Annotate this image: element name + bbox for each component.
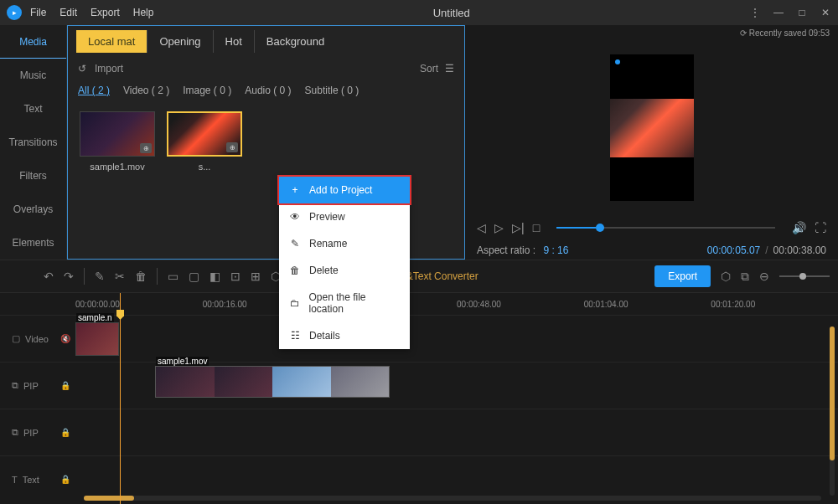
info-icon: ☷	[289, 330, 301, 342]
filter-all[interactable]: All ( 2 )	[78, 85, 110, 96]
minimize-button[interactable]: —	[773, 7, 784, 18]
add-to-timeline-icon[interactable]: ⊕	[140, 143, 152, 153]
tab-opening[interactable]: Opening	[147, 30, 213, 53]
window-title: Untitled	[153, 7, 749, 19]
filter-image[interactable]: Image ( 0 )	[183, 85, 231, 96]
context-menu: +Add to Project 👁Preview ✎Rename 🗑Delete…	[279, 177, 410, 349]
eye-icon: 👁	[289, 211, 301, 223]
timeline: 00:00:00.00 00:00:16.00 00:00:32.00 00:0…	[0, 293, 838, 504]
sort-button[interactable]: Sort	[420, 63, 438, 75]
tool-icon[interactable]: ▭	[168, 270, 178, 283]
app-logo: ▸	[7, 5, 22, 20]
menu-help[interactable]: Help	[133, 7, 154, 18]
ctx-details[interactable]: ☷Details	[279, 322, 410, 349]
sidebar-tab-transitions[interactable]: Transitions	[0, 126, 66, 159]
tab-background[interactable]: Background	[255, 30, 336, 53]
list-view-icon[interactable]: ☰	[445, 63, 454, 75]
volume-icon[interactable]: 🔊	[792, 221, 806, 234]
trash-button[interactable]: 🗑	[135, 270, 147, 283]
zoom-slider[interactable]	[779, 275, 830, 277]
plus-icon: +	[289, 184, 301, 196]
scrollbar-vertical[interactable]	[830, 327, 835, 496]
add-to-timeline-icon[interactable]: ⊕	[226, 142, 238, 152]
ctx-add-to-project[interactable]: +Add to Project	[279, 177, 410, 203]
mute-icon[interactable]: 🔇	[60, 334, 70, 343]
preview-panel: ⟳ Recently saved 09:53 ◁ ▷ ▷| □ 🔊 ⛶ Aspe…	[465, 25, 838, 260]
media-thumb[interactable]: ⊕ s...	[167, 111, 242, 172]
prev-frame-button[interactable]: ◁	[477, 221, 486, 234]
timeline-clip[interactable]: sample.n	[75, 322, 119, 356]
track-pip[interactable]: ⧉PIP🔒 sample1.mov	[0, 362, 838, 409]
link-icon[interactable]: ⧉	[741, 270, 749, 284]
track-pip[interactable]: ⧉PIP🔒	[0, 409, 838, 455]
sidebar-tab-elements[interactable]: Elements	[0, 226, 66, 260]
folder-icon: 🗀	[289, 297, 300, 309]
sidebar-tab-overlays[interactable]: Overlays	[0, 193, 66, 226]
media-panel: Local mat Opening Hot Background ↺ Impor…	[67, 25, 465, 260]
redo-button[interactable]: ↷	[64, 270, 74, 283]
zoom-out-button[interactable]: ⊖	[759, 270, 769, 283]
filter-subtitle[interactable]: Subtitle ( 0 )	[305, 85, 360, 96]
tool-icon[interactable]: ⊞	[251, 270, 261, 283]
main-menu: File Edit Export Help	[30, 7, 153, 18]
record-indicator-icon	[615, 59, 620, 64]
tab-hot[interactable]: Hot	[214, 30, 255, 53]
media-thumb[interactable]: ⊕ sample1.mov	[80, 111, 155, 172]
tool-icon[interactable]: ◧	[210, 270, 220, 283]
ctx-rename[interactable]: ✎Rename	[279, 230, 410, 257]
sidebar-tab-music[interactable]: Music	[0, 59, 66, 92]
settings-icon[interactable]: ⋮	[749, 7, 761, 18]
import-button[interactable]: Import	[95, 63, 123, 75]
pencil-icon: ✎	[289, 238, 301, 249]
trash-icon: 🗑	[289, 265, 301, 276]
timeline-clip[interactable]: sample1.mov	[155, 366, 390, 398]
timeline-ruler[interactable]: 00:00:00.00 00:00:16.00 00:00:32.00 00:0…	[0, 293, 838, 315]
export-button[interactable]: Export	[654, 265, 711, 287]
scrollbar-horizontal[interactable]	[84, 496, 821, 501]
refresh-icon[interactable]: ↺	[78, 63, 86, 75]
aspect-ratio-value[interactable]: 9 : 16	[543, 244, 568, 256]
thumb-label: sample1.mov	[80, 162, 155, 172]
sidebar-tab-filters[interactable]: Filters	[0, 159, 66, 193]
play-button[interactable]: ▷	[494, 221, 504, 234]
cut-button[interactable]: ✂	[115, 270, 125, 283]
thumb-label: s...	[167, 162, 242, 172]
menu-edit[interactable]: Edit	[59, 7, 77, 18]
next-frame-button[interactable]: ▷|	[512, 221, 525, 234]
filter-video[interactable]: Video ( 2 )	[123, 85, 169, 96]
save-status: ⟳ Recently saved 09:53	[465, 25, 838, 41]
total-time: 00:00:38.00	[773, 244, 826, 256]
edit-icon[interactable]: ✎	[95, 270, 105, 283]
pip-track-icon: ⧉	[12, 427, 18, 438]
menu-file[interactable]: File	[30, 7, 46, 18]
text-track-icon: T	[12, 475, 18, 485]
tab-local-mat[interactable]: Local mat	[76, 30, 147, 53]
ctx-preview[interactable]: 👁Preview	[279, 203, 410, 230]
crop-button[interactable]: ⊡	[230, 270, 241, 283]
timeline-toolbar: ↶ ↷ ✎ ✂ 🗑 ▭ ▢ ◧ ⊡ ⊞ ⬡ ⏱ 🎤 ▦ Speech&Text …	[0, 260, 838, 293]
video-track-icon: ▢	[12, 333, 20, 344]
lock-icon[interactable]: 🔒	[60, 428, 70, 437]
track-video[interactable]: ▢Video🔇 sample.n	[0, 315, 838, 362]
sidebar-tab-text[interactable]: Text	[0, 92, 66, 126]
ctx-delete[interactable]: 🗑Delete	[279, 257, 410, 284]
current-time: 00:00:05.07	[707, 244, 760, 256]
preview-video[interactable]	[610, 54, 694, 201]
titlebar: ▸ File Edit Export Help Untitled ⋮ — □ ✕	[0, 0, 838, 25]
pip-track-icon: ⧉	[12, 380, 18, 391]
shield-icon[interactable]: ⬡	[721, 270, 731, 283]
menu-export[interactable]: Export	[91, 7, 120, 18]
fullscreen-icon[interactable]: ⛶	[815, 221, 826, 234]
stop-button[interactable]: □	[533, 221, 540, 234]
playhead[interactable]	[120, 293, 121, 504]
maximize-button[interactable]: □	[796, 7, 808, 18]
close-button[interactable]: ✕	[820, 7, 831, 18]
filter-audio[interactable]: Audio ( 0 )	[245, 85, 291, 96]
lock-icon[interactable]: 🔒	[60, 381, 70, 390]
sidebar-tab-media[interactable]: Media	[0, 25, 66, 59]
ctx-open-location[interactable]: 🗀Open the file location	[279, 284, 410, 322]
tool-icon[interactable]: ▢	[189, 270, 199, 283]
seek-bar[interactable]	[556, 227, 775, 229]
undo-button[interactable]: ↶	[44, 270, 54, 283]
lock-icon[interactable]: 🔒	[60, 475, 70, 484]
